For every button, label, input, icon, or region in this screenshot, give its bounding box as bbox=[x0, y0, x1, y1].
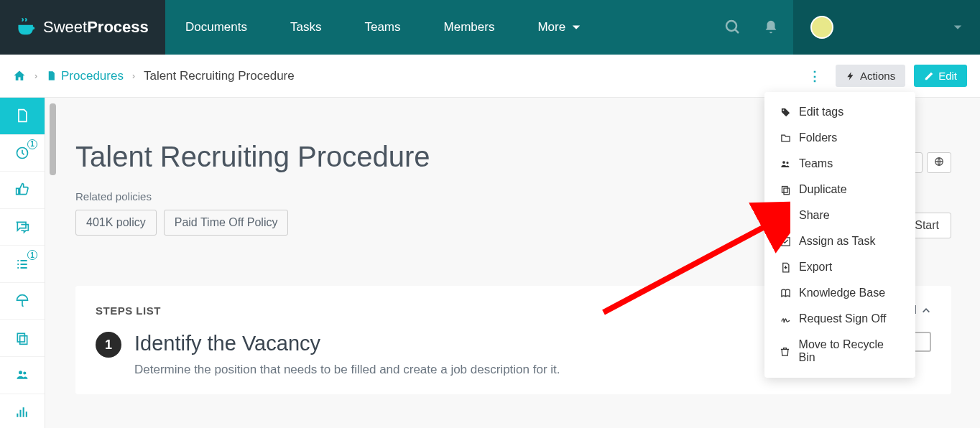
actions-dropdown: Edit tags Folders Teams Duplicate Share … bbox=[764, 92, 915, 378]
sidebar-item-teams[interactable] bbox=[0, 357, 45, 394]
edit-label: Edit bbox=[938, 70, 957, 82]
home-icon[interactable] bbox=[13, 70, 26, 83]
caret-down-icon bbox=[953, 22, 963, 32]
chart-icon bbox=[15, 405, 29, 419]
dropdown-teams[interactable]: Teams bbox=[764, 151, 915, 177]
chevron-up-icon bbox=[921, 305, 931, 315]
label: Export bbox=[799, 261, 832, 274]
dropdown-signoff[interactable]: Request Sign Off bbox=[764, 306, 915, 332]
caret-down-icon bbox=[571, 22, 581, 32]
badge: 1 bbox=[27, 250, 37, 260]
bolt-icon bbox=[846, 71, 856, 81]
label: Move to Recycle Bin bbox=[799, 338, 901, 364]
breadcrumb-separator: › bbox=[34, 71, 37, 81]
label: Edit tags bbox=[799, 106, 843, 118]
brand-text-2: Process bbox=[87, 18, 149, 36]
policy-pto[interactable]: Paid Time Off Policy bbox=[164, 210, 289, 236]
nav-tasks[interactable]: Tasks bbox=[290, 20, 321, 34]
people-icon bbox=[779, 159, 792, 169]
export-icon bbox=[779, 262, 792, 273]
dropdown-recycle[interactable]: Move to Recycle Bin bbox=[764, 332, 915, 371]
search-icon[interactable] bbox=[724, 19, 741, 36]
sidebar-item-history[interactable]: 1 bbox=[0, 135, 45, 172]
sidebar-item-stats[interactable] bbox=[0, 394, 45, 429]
nav-more[interactable]: More bbox=[537, 20, 581, 34]
breadcrumb-procedures[interactable]: Procedures bbox=[46, 69, 124, 83]
badge: 1 bbox=[27, 139, 37, 149]
dropdown-duplicate[interactable]: Duplicate bbox=[764, 177, 915, 203]
kebab-menu[interactable]: ⋮ bbox=[803, 65, 827, 87]
actions-label: Actions bbox=[860, 70, 895, 82]
trash-icon bbox=[779, 346, 792, 357]
sidebar-item-tasks[interactable]: 1 bbox=[0, 246, 45, 283]
brand-logo[interactable]: SweetProcess bbox=[0, 0, 165, 55]
svg-rect-2 bbox=[17, 333, 24, 342]
umbrella-icon bbox=[15, 294, 29, 308]
dropdown-export[interactable]: Export bbox=[764, 254, 915, 280]
dropdown-folders[interactable]: Folders bbox=[764, 125, 915, 151]
svg-point-9 bbox=[786, 162, 788, 164]
duplicate-icon bbox=[779, 185, 792, 195]
user-menu[interactable] bbox=[793, 0, 980, 55]
checkbox-icon bbox=[779, 236, 792, 247]
svg-rect-10 bbox=[782, 186, 787, 192]
nav-right bbox=[724, 0, 793, 55]
svg-point-7 bbox=[782, 109, 784, 111]
label: Share bbox=[799, 209, 830, 222]
top-nav: SweetProcess Documents Tasks Teams Membe… bbox=[0, 0, 980, 55]
steps-title: STEPS LIST bbox=[96, 304, 161, 317]
edit-button[interactable]: Edit bbox=[914, 65, 967, 87]
label: Assign as Task bbox=[799, 235, 875, 248]
bell-icon[interactable] bbox=[763, 19, 779, 35]
signature-icon bbox=[779, 314, 792, 325]
start-label: Start bbox=[915, 219, 939, 231]
dropdown-edit-tags[interactable]: Edit tags bbox=[764, 99, 915, 125]
svg-point-8 bbox=[782, 161, 785, 164]
step-number: 1 bbox=[96, 332, 121, 358]
file-icon bbox=[46, 70, 57, 81]
policy-401k[interactable]: 401K policy bbox=[75, 210, 157, 236]
sidebar-item-comments[interactable] bbox=[0, 209, 45, 246]
globe-button[interactable] bbox=[927, 152, 951, 173]
svg-rect-11 bbox=[784, 188, 790, 195]
label: Request Sign Off bbox=[799, 312, 887, 325]
nav-more-label: More bbox=[537, 20, 565, 34]
left-sidebar: 1 1 bbox=[0, 98, 45, 428]
sidebar-item-document[interactable] bbox=[0, 98, 45, 135]
copy-icon bbox=[15, 331, 29, 345]
nav-members[interactable]: Members bbox=[444, 20, 495, 34]
cup-icon bbox=[17, 17, 37, 37]
people-icon bbox=[15, 368, 29, 382]
clock-icon bbox=[15, 146, 29, 160]
scrollbar-thumb[interactable] bbox=[50, 103, 56, 175]
tag-icon bbox=[779, 107, 792, 118]
label: Folders bbox=[799, 131, 837, 144]
nav-items: Documents Tasks Teams Members More bbox=[165, 0, 724, 55]
globe-icon bbox=[934, 157, 944, 167]
sidebar-item-copy[interactable] bbox=[0, 320, 45, 357]
nav-documents[interactable]: Documents bbox=[185, 20, 247, 34]
dropdown-knowledge-base[interactable]: Knowledge Base bbox=[764, 280, 915, 306]
breadcrumb-bar: › Procedures › Talent Recruiting Procedu… bbox=[0, 55, 980, 98]
dropdown-assign-task[interactable]: Assign as Task bbox=[764, 228, 915, 254]
dropdown-share[interactable]: Share bbox=[764, 203, 915, 228]
list-icon bbox=[15, 257, 29, 271]
pencil-icon bbox=[924, 71, 934, 81]
actions-button[interactable]: Actions bbox=[836, 65, 905, 87]
thumbs-up-icon bbox=[15, 182, 29, 197]
avatar bbox=[810, 16, 833, 39]
breadcrumb-procedures-label: Procedures bbox=[61, 69, 124, 83]
sidebar-item-umbrella[interactable] bbox=[0, 283, 45, 320]
svg-rect-3 bbox=[20, 335, 27, 344]
svg-point-5 bbox=[23, 372, 26, 375]
label: Knowledge Base bbox=[799, 287, 885, 299]
chat-icon bbox=[15, 220, 29, 234]
nav-teams[interactable]: Teams bbox=[364, 20, 400, 34]
book-icon bbox=[779, 288, 792, 299]
label: Teams bbox=[799, 157, 833, 170]
breadcrumb-current: Talent Recruiting Procedure bbox=[144, 69, 295, 83]
sidebar-item-approve[interactable] bbox=[0, 172, 45, 209]
svg-point-0 bbox=[726, 21, 736, 31]
label: Duplicate bbox=[799, 183, 847, 196]
share-icon bbox=[779, 210, 792, 221]
